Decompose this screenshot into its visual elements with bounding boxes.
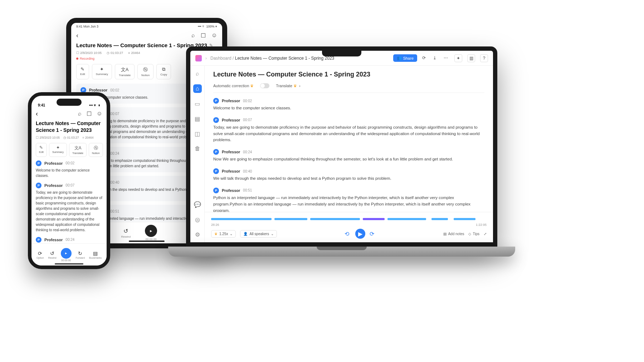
refresh-icon[interactable]: ⟳ xyxy=(422,55,428,61)
panel-icon[interactable]: ▥ xyxy=(467,54,475,62)
breadcrumb: Dashboard / Lecture Notes — Computer Sci… xyxy=(210,56,334,61)
dynamic-island xyxy=(57,99,82,106)
back-button[interactable]: ‹ xyxy=(36,110,38,118)
trash-icon[interactable]: 🗑 xyxy=(193,144,202,153)
edit-button[interactable]: ✎Edit xyxy=(36,143,47,157)
page-title: Lecture Notes — Computer Science 1 - Spr… xyxy=(31,119,107,136)
transcript-segment[interactable]: PProfessor00:40We will talk through the … xyxy=(213,168,484,182)
breadcrumb-root[interactable]: Dashboard xyxy=(210,56,231,61)
timeline-segment[interactable] xyxy=(274,218,307,220)
transcript-segment[interactable]: PProfessor00:24Now We are going to empha… xyxy=(213,149,484,163)
forward-button[interactable]: ↻Forward xyxy=(75,251,85,259)
share-icon[interactable]: ☐ xyxy=(87,110,92,117)
words-meta: ≡ 20464 xyxy=(83,136,94,139)
magic-icon[interactable]: ✦ xyxy=(454,54,462,62)
play-button[interactable]: ▶00:00:00 xyxy=(145,225,157,241)
translate-option[interactable]: Translate ♛ › xyxy=(276,84,300,88)
skip-back-button[interactable]: ⟲ xyxy=(345,230,351,237)
chat-icon[interactable]: 💬 xyxy=(193,200,202,209)
home-icon[interactable]: ⌂ xyxy=(193,84,202,93)
more-icon[interactable]: ☺ xyxy=(97,110,102,117)
summary-button[interactable]: ✦Summary xyxy=(92,64,112,79)
rewind-icon: ↺ xyxy=(48,251,56,256)
player-bar: ⟳Option ↺Rewind ▶00:00:00 ↻Forward ▤Book… xyxy=(31,243,107,266)
notch xyxy=(322,51,361,56)
timeline-segment[interactable] xyxy=(211,218,272,220)
chevron-down-icon: ⌄ xyxy=(271,232,274,236)
laptop-base xyxy=(168,247,515,257)
share-icon[interactable]: ☐ xyxy=(201,32,206,39)
download-icon[interactable]: ⤓ xyxy=(433,55,439,61)
status-icons: ••• ᯤ ▮ xyxy=(89,103,100,107)
timeline-segment[interactable] xyxy=(363,218,385,220)
meta-row: ☐ 2/8/2023 10:05 ◷ 01:03:27 ≡ 20464 xyxy=(31,136,107,143)
crown-icon: ♛ xyxy=(293,84,297,88)
notion-button[interactable]: ⓃNotion xyxy=(137,64,153,79)
play-icon: ▶ xyxy=(61,248,72,259)
speed-selector[interactable]: ♛1.25x⌄ xyxy=(211,230,236,238)
timestamp: 00:02 xyxy=(243,99,252,103)
rewind-button[interactable]: ↺Rewind xyxy=(121,228,131,238)
play-button[interactable]: ▶ xyxy=(355,229,365,239)
notion-button[interactable]: ⓃNotion xyxy=(89,143,103,157)
date-meta: ☐ 2/8/2023 10:05 xyxy=(36,136,60,139)
rewind-button[interactable]: ↺Rewind xyxy=(48,251,56,259)
options-icon: ⟳ xyxy=(36,251,44,256)
transcript-segment[interactable]: PProfessor00:02 Welcome to the computer … xyxy=(36,160,102,178)
timeline[interactable] xyxy=(211,215,487,222)
translate-button[interactable]: 文ATranslate xyxy=(115,64,135,79)
segment-text: We will talk through the steps needed to… xyxy=(213,175,484,182)
timeline-segment[interactable] xyxy=(431,218,448,220)
timeline-segment[interactable] xyxy=(387,218,426,220)
rewind-icon: ↺ xyxy=(121,228,131,234)
status-bar: 9:41 Mon Jun 3 ••• ᯤ 100% ▮ xyxy=(71,23,222,30)
summary-button[interactable]: ✦Summary xyxy=(49,143,67,157)
note-icon: ▤ xyxy=(443,232,447,236)
segment-text: Python is an interpreted language — run … xyxy=(213,195,484,212)
bookmarks-button[interactable]: ▤Bookmarks xyxy=(89,251,102,259)
transcript-segment[interactable]: PProfessor00:02Welcome to the computer s… xyxy=(213,98,484,111)
expand-icon[interactable]: ⤢ xyxy=(484,232,487,236)
avatar: P xyxy=(213,149,219,155)
search-icon[interactable]: ⌕ xyxy=(193,69,202,78)
timestamp: 00:02 xyxy=(110,88,119,92)
skip-forward-button[interactable]: ⟳ xyxy=(370,230,376,237)
timeline-segment[interactable] xyxy=(310,218,360,220)
folder-icon[interactable]: ▭ xyxy=(193,99,202,108)
segment-text: Now We are going to emphasize computatio… xyxy=(213,156,484,163)
segment-text: Today, we are going to demonstrate profi… xyxy=(213,124,484,143)
tips-button[interactable]: ◇Tips xyxy=(468,232,479,236)
back-button[interactable]: ‹ xyxy=(76,32,78,39)
edit-button[interactable]: ✎Edit xyxy=(76,64,89,79)
play-button[interactable]: ▶00:00:00 xyxy=(61,248,72,262)
laptop-device: › Dashboard / Lecture Notes — Computer S… xyxy=(168,46,515,261)
main-content: Lecture Notes — Computer Science 1 - Spr… xyxy=(205,66,493,212)
transcript-segment[interactable]: PProfessor00:07Today, we are going to de… xyxy=(213,117,484,143)
more-icon[interactable]: ⋯ xyxy=(444,55,449,61)
transcript-segment[interactable]: PProfessor00:07 Today, we are going to d… xyxy=(36,183,102,233)
timeline-segment[interactable] xyxy=(454,218,476,220)
add-notes-button[interactable]: ▤Add notes xyxy=(443,232,464,236)
nav-bar: ‹ ⌕ ☐ ☺ xyxy=(71,30,222,41)
calendar-icon[interactable]: ▤ xyxy=(193,114,202,123)
collapse-sidebar-button[interactable]: › xyxy=(205,56,207,61)
speaker-label: Professor xyxy=(222,99,240,103)
settings-icon[interactable]: ⚙ xyxy=(193,230,202,239)
option-button[interactable]: ⟳Option xyxy=(36,251,44,259)
timestamp: 00:24 xyxy=(243,150,252,154)
archive-icon[interactable]: ◫ xyxy=(193,129,202,138)
more-icon[interactable]: ☺ xyxy=(211,32,217,39)
copy-button[interactable]: ⧉ xyxy=(105,143,107,157)
translate-button[interactable]: 文ATranslate xyxy=(69,143,87,157)
search-icon[interactable]: ⌕ xyxy=(191,32,195,39)
translate-icon: 文A xyxy=(119,66,131,73)
share-button[interactable]: 👥Share xyxy=(393,54,417,62)
avatar: P xyxy=(213,168,219,174)
speaker-filter[interactable]: 👤All speakers⌄ xyxy=(240,230,277,238)
auto-correction-toggle[interactable] xyxy=(260,83,269,88)
help-icon[interactable]: ? xyxy=(480,54,488,62)
avatar: P xyxy=(213,98,219,104)
search-icon[interactable]: ⌕ xyxy=(78,110,82,117)
account-icon[interactable]: ◎ xyxy=(193,215,202,224)
transcript-segment[interactable]: PProfessor00:51Python is an interpreted … xyxy=(213,188,484,212)
